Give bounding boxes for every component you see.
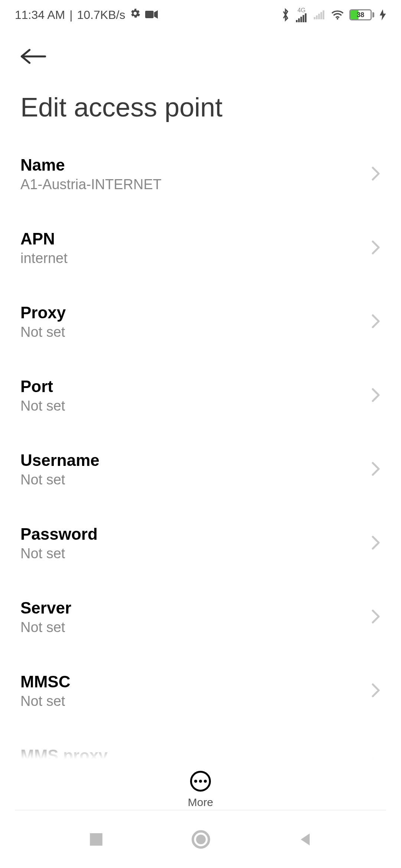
nav-back-icon[interactable] xyxy=(298,832,313,848)
chevron-right-icon xyxy=(371,683,381,699)
nav-recents-icon[interactable] xyxy=(88,832,104,849)
setting-value: A1-Austria-INTERNET xyxy=(20,177,162,193)
setting-row-username[interactable]: UsernameNot set xyxy=(0,433,401,506)
setting-value: Not set xyxy=(20,398,65,414)
setting-row-port[interactable]: PortNot set xyxy=(0,359,401,433)
setting-value: internet xyxy=(20,250,68,266)
setting-row-apn[interactable]: APNinternet xyxy=(0,211,401,285)
setting-text: UsernameNot set xyxy=(20,451,100,488)
svg-rect-0 xyxy=(145,11,154,18)
chevron-right-icon xyxy=(371,314,381,330)
svg-rect-3 xyxy=(300,17,302,22)
svg-point-12 xyxy=(337,18,339,20)
setting-text: ProxyNot set xyxy=(20,303,66,340)
svg-rect-6 xyxy=(314,17,316,19)
setting-row-mmsc[interactable]: MMSCNot set xyxy=(0,654,401,728)
gear-icon xyxy=(130,8,141,22)
status-net-speed: 10.7KB/s xyxy=(77,8,125,22)
setting-label: APN xyxy=(20,230,68,248)
setting-value: Not set xyxy=(20,693,70,709)
camera-icon xyxy=(145,8,158,22)
svg-rect-1 xyxy=(296,20,298,22)
status-left: 11:34 AM | 10.7KB/s xyxy=(15,8,158,22)
status-time: 11:34 AM xyxy=(15,8,65,22)
setting-row-password[interactable]: PasswordNot set xyxy=(0,506,401,580)
setting-value: Not set xyxy=(20,324,66,340)
setting-text: APNinternet xyxy=(20,230,68,266)
setting-value: Not set xyxy=(20,472,100,488)
svg-rect-7 xyxy=(316,16,318,20)
setting-label: Proxy xyxy=(20,303,66,322)
chevron-right-icon xyxy=(371,609,381,625)
svg-rect-9 xyxy=(320,12,322,20)
setting-label: Name xyxy=(20,156,162,174)
settings-list: NameA1-Austria-INTERNETAPNinternetProxyN… xyxy=(0,137,401,802)
chevron-right-icon xyxy=(371,535,381,552)
setting-text: PortNot set xyxy=(20,377,65,414)
setting-label: MMS proxy xyxy=(20,746,108,765)
svg-rect-2 xyxy=(298,19,300,23)
setting-row-name[interactable]: NameA1-Austria-INTERNET xyxy=(0,137,401,211)
setting-text: MMSCNot set xyxy=(20,673,70,709)
setting-text: ServerNot set xyxy=(20,599,71,635)
status-right: 4G ✕ 38 xyxy=(281,7,386,22)
svg-point-16 xyxy=(196,835,206,844)
nav-home-icon[interactable] xyxy=(191,830,211,851)
page-title: Edit access point xyxy=(0,70,401,137)
wifi-icon xyxy=(331,10,344,20)
charging-icon xyxy=(379,9,386,20)
setting-label: Username xyxy=(20,451,100,470)
setting-label: Password xyxy=(20,525,98,543)
setting-label: Server xyxy=(20,599,71,617)
battery-icon: 38 xyxy=(349,9,374,20)
setting-row-proxy[interactable]: ProxyNot set xyxy=(0,285,401,359)
svg-rect-14 xyxy=(90,833,102,846)
svg-rect-4 xyxy=(303,15,304,23)
setting-row-server[interactable]: ServerNot set xyxy=(0,580,401,654)
back-icon[interactable] xyxy=(20,48,46,66)
more-label: More xyxy=(188,796,213,809)
signal-4g-icon: 4G xyxy=(295,7,308,22)
setting-value: Not set xyxy=(20,546,98,562)
chevron-right-icon xyxy=(371,240,381,256)
setting-text: NameA1-Austria-INTERNET xyxy=(20,156,162,193)
bottom-divider xyxy=(15,810,386,811)
bluetooth-icon xyxy=(281,8,290,22)
svg-rect-8 xyxy=(318,14,320,19)
chevron-right-icon xyxy=(371,388,381,404)
setting-value: Not set xyxy=(20,619,71,635)
chevron-right-icon xyxy=(371,461,381,478)
svg-text:✕: ✕ xyxy=(323,17,326,19)
status-separator: | xyxy=(69,8,72,22)
svg-rect-5 xyxy=(305,13,307,22)
more-icon xyxy=(190,771,211,792)
signal-nosim-icon: ✕ xyxy=(313,10,326,19)
system-nav-bar xyxy=(0,812,401,868)
chevron-right-icon xyxy=(371,166,381,183)
status-bar: 11:34 AM | 10.7KB/s 4G ✕ 38 xyxy=(0,0,401,26)
setting-text: PasswordNot set xyxy=(20,525,98,562)
bottom-action-bar: More xyxy=(0,763,401,809)
setting-label: MMSC xyxy=(20,673,70,691)
setting-label: Port xyxy=(20,377,65,396)
more-button[interactable]: More xyxy=(188,771,213,809)
